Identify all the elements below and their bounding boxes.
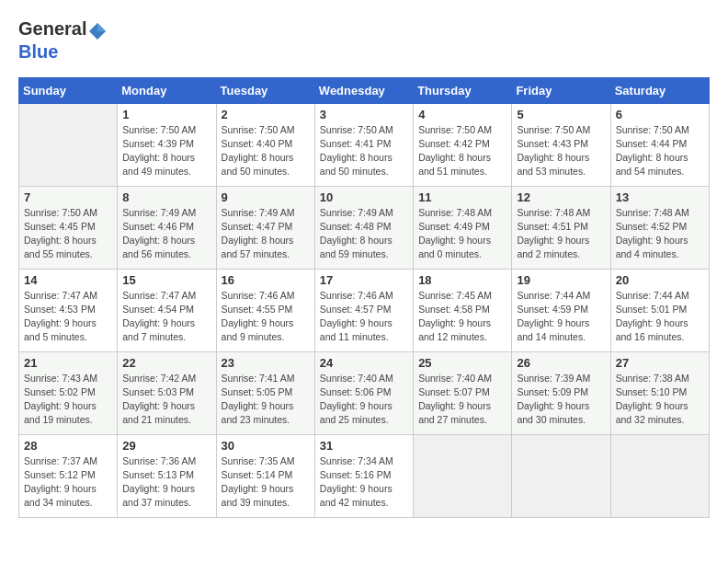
weekday-header-saturday: Saturday — [610, 77, 709, 103]
calendar-cell: 4Sunrise: 7:50 AMSunset: 4:42 PMDaylight… — [414, 103, 512, 186]
day-info: Sunrise: 7:41 AMSunset: 5:05 PMDaylight:… — [222, 372, 310, 428]
day-info: Sunrise: 7:50 AMSunset: 4:45 PMDaylight:… — [24, 206, 112, 262]
day-number: 21 — [24, 356, 112, 370]
day-number: 6 — [616, 108, 704, 121]
day-number: 15 — [122, 273, 210, 287]
day-number: 24 — [320, 356, 408, 370]
calendar-cell: 16Sunrise: 7:46 AMSunset: 4:55 PMDayligh… — [216, 269, 314, 351]
weekday-header-monday: Monday — [118, 77, 216, 103]
logo-blue: Blue — [18, 41, 58, 62]
calendar-cell: 2Sunrise: 7:50 AMSunset: 4:40 PMDaylight… — [216, 103, 314, 186]
weekday-header-wednesday: Wednesday — [314, 77, 413, 103]
day-number: 12 — [517, 190, 605, 204]
day-info: Sunrise: 7:50 AMSunset: 4:40 PMDaylight:… — [222, 123, 310, 179]
logo-general: General — [18, 18, 86, 39]
day-number: 17 — [320, 273, 408, 287]
day-info: Sunrise: 7:34 AMSunset: 5:16 PMDaylight:… — [320, 454, 408, 511]
day-number: 8 — [122, 190, 210, 204]
week-row-1: 1Sunrise: 7:50 AMSunset: 4:39 PMDaylight… — [19, 103, 710, 186]
calendar-cell: 22Sunrise: 7:42 AMSunset: 5:03 PMDayligh… — [118, 351, 216, 434]
day-info: Sunrise: 7:42 AMSunset: 5:03 PMDaylight:… — [122, 372, 210, 428]
calendar-cell: 13Sunrise: 7:48 AMSunset: 4:52 PMDayligh… — [610, 186, 709, 269]
day-info: Sunrise: 7:47 AMSunset: 4:54 PMDaylight:… — [122, 289, 210, 345]
weekday-header-thursday: Thursday — [414, 77, 512, 103]
day-info: Sunrise: 7:48 AMSunset: 4:49 PMDaylight:… — [418, 206, 506, 262]
day-number: 7 — [24, 190, 112, 204]
day-number: 3 — [320, 108, 408, 121]
day-info: Sunrise: 7:45 AMSunset: 4:58 PMDaylight:… — [418, 289, 506, 345]
day-info: Sunrise: 7:44 AMSunset: 4:59 PMDaylight:… — [517, 289, 605, 345]
calendar-cell: 12Sunrise: 7:48 AMSunset: 4:51 PMDayligh… — [512, 186, 610, 269]
week-row-5: 28Sunrise: 7:37 AMSunset: 5:12 PMDayligh… — [19, 434, 710, 517]
day-info: Sunrise: 7:50 AMSunset: 4:42 PMDaylight:… — [418, 123, 506, 179]
day-number: 23 — [222, 356, 310, 370]
day-number: 2 — [222, 108, 310, 121]
day-info: Sunrise: 7:49 AMSunset: 4:46 PMDaylight:… — [122, 206, 210, 262]
week-row-2: 7Sunrise: 7:50 AMSunset: 4:45 PMDaylight… — [19, 186, 710, 269]
day-number: 30 — [222, 439, 310, 453]
calendar-cell: 8Sunrise: 7:49 AMSunset: 4:46 PMDaylight… — [118, 186, 216, 269]
day-number: 5 — [517, 108, 605, 121]
day-info: Sunrise: 7:39 AMSunset: 5:09 PMDaylight:… — [517, 372, 605, 428]
calendar-cell — [512, 434, 610, 517]
calendar-cell: 24Sunrise: 7:40 AMSunset: 5:06 PMDayligh… — [314, 351, 413, 434]
day-number: 16 — [222, 273, 310, 287]
logo-icon — [87, 21, 108, 41]
day-info: Sunrise: 7:50 AMSunset: 4:43 PMDaylight:… — [517, 123, 605, 179]
day-info: Sunrise: 7:46 AMSunset: 4:57 PMDaylight:… — [320, 289, 408, 345]
day-number: 28 — [24, 439, 112, 453]
day-number: 31 — [320, 439, 408, 453]
calendar-cell: 7Sunrise: 7:50 AMSunset: 4:45 PMDaylight… — [19, 186, 118, 269]
calendar-table: SundayMondayTuesdayWednesdayThursdayFrid… — [18, 77, 710, 518]
calendar-cell: 21Sunrise: 7:43 AMSunset: 5:02 PMDayligh… — [19, 351, 118, 434]
day-number: 29 — [122, 439, 210, 453]
day-number: 9 — [222, 190, 310, 204]
day-info: Sunrise: 7:46 AMSunset: 4:55 PMDaylight:… — [222, 289, 310, 345]
day-number: 19 — [517, 273, 605, 287]
day-info: Sunrise: 7:36 AMSunset: 5:13 PMDaylight:… — [122, 454, 210, 511]
day-info: Sunrise: 7:49 AMSunset: 4:48 PMDaylight:… — [320, 206, 408, 262]
day-number: 22 — [122, 356, 210, 370]
day-info: Sunrise: 7:50 AMSunset: 4:39 PMDaylight:… — [122, 123, 210, 179]
calendar-cell: 1Sunrise: 7:50 AMSunset: 4:39 PMDaylight… — [118, 103, 216, 186]
calendar-cell — [19, 103, 118, 186]
day-info: Sunrise: 7:50 AMSunset: 4:44 PMDaylight:… — [616, 123, 704, 179]
calendar-cell: 25Sunrise: 7:40 AMSunset: 5:07 PMDayligh… — [414, 351, 512, 434]
calendar-cell: 14Sunrise: 7:47 AMSunset: 4:53 PMDayligh… — [19, 269, 118, 351]
svg-marker-1 — [97, 23, 106, 31]
weekday-header-tuesday: Tuesday — [216, 77, 314, 103]
calendar-cell: 6Sunrise: 7:50 AMSunset: 4:44 PMDaylight… — [610, 103, 709, 186]
weekday-header-row: SundayMondayTuesdayWednesdayThursdayFrid… — [19, 77, 710, 103]
calendar-cell — [414, 434, 512, 517]
calendar-cell — [610, 434, 709, 517]
day-info: Sunrise: 7:50 AMSunset: 4:41 PMDaylight:… — [320, 123, 408, 179]
logo: General Blue — [18, 18, 108, 63]
logo-text: General Blue — [18, 18, 108, 63]
calendar-cell: 31Sunrise: 7:34 AMSunset: 5:16 PMDayligh… — [314, 434, 413, 517]
weekday-header-sunday: Sunday — [19, 77, 118, 103]
page-header: General Blue — [18, 18, 710, 63]
day-info: Sunrise: 7:37 AMSunset: 5:12 PMDaylight:… — [24, 454, 112, 511]
calendar-cell: 29Sunrise: 7:36 AMSunset: 5:13 PMDayligh… — [118, 434, 216, 517]
calendar-cell: 30Sunrise: 7:35 AMSunset: 5:14 PMDayligh… — [216, 434, 314, 517]
day-number: 11 — [418, 190, 506, 204]
day-number: 13 — [616, 190, 704, 204]
calendar-cell: 9Sunrise: 7:49 AMSunset: 4:47 PMDaylight… — [216, 186, 314, 269]
week-row-3: 14Sunrise: 7:47 AMSunset: 4:53 PMDayligh… — [19, 269, 710, 351]
calendar-cell: 28Sunrise: 7:37 AMSunset: 5:12 PMDayligh… — [19, 434, 118, 517]
day-info: Sunrise: 7:40 AMSunset: 5:07 PMDaylight:… — [418, 372, 506, 428]
day-info: Sunrise: 7:38 AMSunset: 5:10 PMDaylight:… — [616, 372, 704, 428]
weekday-header-friday: Friday — [512, 77, 610, 103]
calendar-cell: 5Sunrise: 7:50 AMSunset: 4:43 PMDaylight… — [512, 103, 610, 186]
day-info: Sunrise: 7:48 AMSunset: 4:52 PMDaylight:… — [616, 206, 704, 262]
day-info: Sunrise: 7:43 AMSunset: 5:02 PMDaylight:… — [24, 372, 112, 428]
calendar-cell: 17Sunrise: 7:46 AMSunset: 4:57 PMDayligh… — [314, 269, 413, 351]
calendar-cell: 26Sunrise: 7:39 AMSunset: 5:09 PMDayligh… — [512, 351, 610, 434]
calendar-cell: 15Sunrise: 7:47 AMSunset: 4:54 PMDayligh… — [118, 269, 216, 351]
day-number: 4 — [418, 108, 506, 121]
calendar-cell: 19Sunrise: 7:44 AMSunset: 4:59 PMDayligh… — [512, 269, 610, 351]
day-number: 14 — [24, 273, 112, 287]
day-info: Sunrise: 7:40 AMSunset: 5:06 PMDaylight:… — [320, 372, 408, 428]
day-number: 27 — [616, 356, 704, 370]
day-info: Sunrise: 7:47 AMSunset: 4:53 PMDaylight:… — [24, 289, 112, 345]
